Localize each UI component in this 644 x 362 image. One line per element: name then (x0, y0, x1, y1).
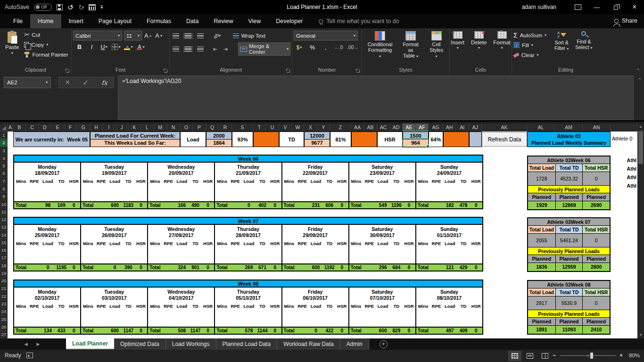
increase-decimal-button[interactable]: ←.0 (334, 45, 343, 50)
day-cell[interactable]: Friday06/10/2017MinsRPELoadTDHSRTotal042… (281, 288, 348, 334)
day-cell[interactable]: Thursday05/10/2017MinsRPELoadTDHSRTotal5… (214, 288, 281, 334)
sheet-tab-load-planner[interactable]: Load Planner (66, 338, 114, 350)
day-cell[interactable]: Tuesday26/09/2017MinsRPELoadTDHSRTotal03… (80, 225, 147, 271)
row-header-21[interactable]: 21 (0, 285, 8, 292)
zoom-in-button[interactable]: + (619, 352, 623, 359)
sheet-tab-admin[interactable]: Admin (340, 338, 369, 350)
day-empty-cells[interactable] (416, 247, 482, 263)
row-header-13[interactable]: 13 (0, 223, 8, 231)
scroll-up-arrow[interactable]: ▲ (639, 123, 643, 130)
row-header-8[interactable]: 8 (0, 185, 8, 193)
alert-cell-hsr[interactable] (443, 132, 469, 147)
comma-style-button[interactable]: , (321, 43, 330, 52)
quick-access-icon[interactable] (89, 4, 96, 10)
column-header-g[interactable]: G (77, 123, 90, 132)
panel-value-load[interactable]: 2055 (528, 234, 555, 247)
row-header-23[interactable]: 23 (0, 300, 8, 308)
column-header-k[interactable]: K (128, 123, 141, 132)
fill-color-button[interactable]: ◬▾ (124, 42, 133, 51)
column-header-e[interactable]: E (51, 123, 64, 132)
day-total-row[interactable]: Total60011830 (81, 201, 147, 208)
day-cell[interactable]: Monday25/09/2017MinsRPELoadTDHSRTotal011… (14, 225, 80, 271)
column-header-f[interactable]: F (64, 123, 77, 132)
day-cell[interactable]: Monday18/09/2017MinsRPELoadTDHSRTotal981… (14, 163, 80, 208)
paste-button[interactable]: Paste ▾ (1, 30, 23, 66)
day-empty-cells[interactable] (215, 185, 281, 201)
row-header-17[interactable]: 17 (0, 254, 8, 262)
row-header-18[interactable]: 18 (0, 262, 8, 270)
panel-value-hsr[interactable]: 0 (582, 234, 610, 247)
increase-indent-button[interactable]: ⇥ (222, 46, 229, 53)
row-header-2[interactable]: 2 (0, 139, 8, 147)
bold-button[interactable]: B (75, 42, 84, 51)
select-all-corner[interactable] (0, 123, 8, 132)
day-total-row[interactable]: Total03900 (81, 263, 147, 271)
day-total-row[interactable]: Total50811470 (148, 327, 214, 334)
clipboard-dialog-launcher-icon[interactable] (66, 69, 69, 73)
day-cell[interactable]: Saturday07/10/2017MinsRPELoadTDHSRTotal6… (348, 288, 415, 334)
row-header-25[interactable]: 25 (0, 315, 8, 323)
italic-button[interactable]: I (87, 42, 96, 51)
ribbon-tab-page-layout[interactable]: Page Layout (91, 14, 139, 28)
day-total-row[interactable]: Total1344330 (14, 327, 80, 334)
metric-actual-load[interactable]: 1864 (206, 139, 232, 148)
metric-pct-hsr[interactable]: 64% (429, 132, 443, 147)
share-button[interactable]: Share (614, 14, 637, 27)
row-header-16[interactable]: 16 (0, 247, 8, 254)
column-header-aj[interactable]: AJ (469, 123, 482, 132)
tell-me-box[interactable]: Tell me what you want to do (319, 14, 399, 28)
day-empty-cells[interactable] (148, 247, 214, 263)
spacer-cell-aj[interactable] (469, 132, 482, 147)
column-header-ai[interactable]: AI (456, 123, 469, 132)
number-dialog-launcher-icon[interactable] (356, 69, 360, 73)
format-cells-button[interactable]: ↔ Format▾ (490, 30, 513, 66)
vertical-scroll-thumb[interactable] (638, 131, 643, 164)
align-middle-button[interactable] (183, 33, 193, 39)
column-header-j[interactable]: J (116, 123, 128, 132)
panel-planned-value[interactable]: 2410 (582, 326, 610, 334)
sort-filter-button[interactable]: AZ Sort &Filter ▾ (551, 30, 572, 66)
panel-value-td[interactable]: 5530.9 (555, 296, 583, 310)
sheet-tab-optimized-data[interactable]: Optimized Data (114, 338, 166, 350)
sheet-tab-planned-load-data[interactable]: Planned Load Data (216, 338, 278, 350)
column-header-a[interactable]: A (8, 123, 13, 132)
column-header-an[interactable]: AN (583, 123, 611, 132)
day-total-row[interactable]: Total1214290 (416, 263, 482, 271)
column-header-ak[interactable]: AK (482, 123, 527, 132)
minimize-button[interactable]: — (587, 0, 606, 14)
new-sheet-button[interactable]: + (380, 340, 388, 348)
day-total-row[interactable]: Total981690 (14, 201, 80, 208)
panel-planned-value[interactable]: 2690 (582, 201, 610, 209)
panel-planned-value[interactable]: 1836 (528, 263, 555, 271)
panel-planned-value[interactable]: 12869 (555, 201, 583, 209)
metric-name-hsr[interactable]: HSR (377, 132, 403, 147)
day-empty-cells[interactable] (349, 185, 415, 201)
row-header-26[interactable]: 26 (0, 323, 8, 331)
panel-planned-value[interactable]: 2800 (582, 263, 610, 271)
day-empty-cells[interactable] (81, 185, 147, 201)
column-header-b[interactable]: B (13, 123, 26, 132)
metric-actual-hsr-selected-cell[interactable]: 964 (403, 139, 429, 148)
panel-value-td[interactable]: 4523.32 (555, 172, 583, 186)
copy-button[interactable]: Copy▾ (23, 40, 69, 49)
autosave-toggle[interactable]: Off (34, 4, 52, 11)
row-header-19[interactable]: 19 (0, 270, 8, 277)
number-format-select[interactable]: General▾ (294, 31, 358, 41)
page-break-view-button[interactable] (538, 351, 552, 361)
day-empty-cells[interactable] (81, 310, 147, 327)
day-cell[interactable]: Sunday24/09/2017MinsRPELoadTDHSRTotal182… (415, 163, 482, 208)
day-cell[interactable]: Saturday30/09/2017MinsRPELoadTDHSRTotal2… (348, 225, 415, 271)
underline-button[interactable]: U▾ (99, 42, 108, 51)
cancel-entry-icon[interactable]: × (66, 78, 70, 87)
cut-button[interactable]: ✂Cut (23, 30, 69, 40)
collapse-ribbon-icon[interactable]: ⌃ (636, 68, 640, 73)
day-empty-cells[interactable] (282, 185, 348, 201)
row-header-9[interactable]: 9 (0, 193, 8, 200)
row-header-24[interactable]: 24 (0, 308, 8, 315)
day-empty-cells[interactable] (282, 247, 348, 263)
column-header-c[interactable]: C (26, 123, 39, 132)
day-total-row[interactable]: Total60011920 (282, 263, 348, 271)
day-cell[interactable]: Wednesday20/09/2017MinsRPELoadTDHSRTotal… (147, 163, 214, 208)
day-cell[interactable]: Thursday21/09/2017MinsRPELoadTDHSRTotal0… (214, 163, 281, 208)
signed-in-user[interactable]: adam sullivan (522, 4, 556, 10)
